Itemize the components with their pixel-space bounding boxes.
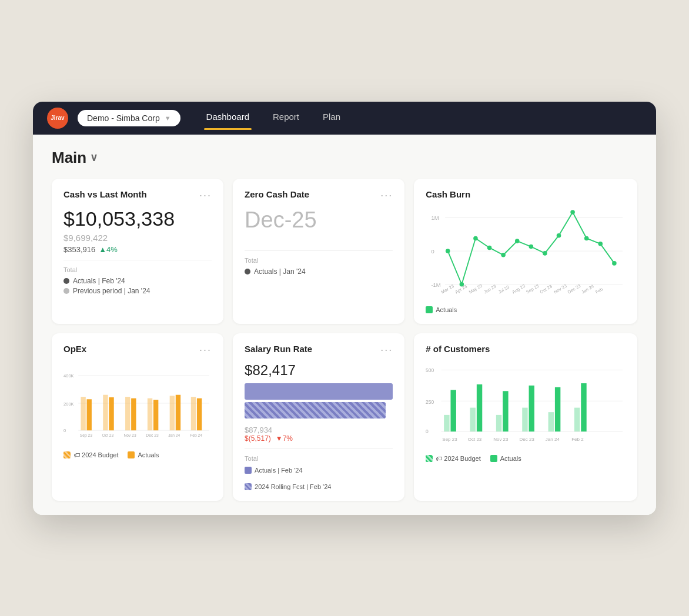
svg-text:1M: 1M — [432, 215, 439, 221]
svg-text:0: 0 — [426, 428, 429, 434]
legend-actuals: Actuals — [128, 451, 159, 458]
card-title: Cash Burn — [426, 189, 470, 199]
salary-value: $82,417 — [245, 362, 393, 379]
chevron-down-icon: ▼ — [165, 115, 171, 122]
salary-delta: $(5,517) — [245, 434, 271, 443]
card-salary-run-rate: Salary Run Rate ··· $82,417 $87,934 $(5,… — [233, 333, 404, 501]
metric-value: $10,053,338 — [63, 207, 212, 230]
svg-point-15 — [571, 210, 576, 215]
legend-label-actuals: Actuals | Feb '24 — [255, 467, 302, 474]
legend-swatch-actuals — [245, 467, 252, 474]
svg-text:Sep 23: Sep 23 — [443, 437, 458, 442]
svg-rect-62 — [451, 390, 456, 431]
card-cash-vs-last-month: Cash vs Last Month ··· $10,053,338 $9,69… — [52, 179, 223, 324]
svg-text:Sep 23: Sep 23 — [525, 283, 540, 294]
svg-rect-39 — [103, 394, 108, 430]
card-num-customers: # of Customers 500 250 0 — [414, 333, 637, 501]
page-title: Main ∨ — [52, 149, 637, 167]
legend-label-actuals: Actuals — [500, 455, 521, 462]
card-title: Salary Run Rate — [245, 344, 312, 354]
total-label: Total — [245, 455, 393, 462]
svg-point-11 — [515, 239, 520, 243]
svg-point-13 — [543, 251, 547, 256]
svg-point-9 — [487, 245, 492, 250]
svg-point-16 — [584, 236, 589, 240]
legend-actuals: Actuals — [490, 455, 521, 462]
svg-point-17 — [598, 242, 603, 246]
svg-rect-38 — [86, 399, 91, 430]
legend-swatch-actuals — [426, 306, 433, 313]
tab-dashboard[interactable]: Dashboard — [204, 112, 252, 124]
tab-plan[interactable]: Plan — [320, 112, 343, 124]
legend-label-budget: 🏷 2024 Budget — [436, 455, 480, 462]
legend-dot-light — [63, 288, 69, 294]
svg-text:Oct 23: Oct 23 — [539, 283, 553, 294]
opex-chart: 400K 200K 0 — [63, 362, 212, 447]
svg-rect-44 — [153, 400, 158, 430]
svg-point-18 — [612, 261, 617, 266]
legend-swatch-budget — [63, 451, 71, 458]
legend-actuals: Actuals | Feb '24 — [245, 467, 302, 474]
card-zero-cash-date: Zero Cash Date ··· Dec-25 Total Actuals … — [233, 179, 404, 324]
svg-rect-47 — [191, 397, 196, 430]
legend-label-actuals: Actuals — [138, 451, 159, 458]
dashboard-grid: Cash vs Last Month ··· $10,053,338 $9,69… — [52, 179, 637, 501]
legend-row: 🏷 2024 Budget Actuals — [426, 455, 626, 462]
metric-delta: $353,916 ▲4% — [63, 245, 212, 254]
svg-text:Nov 23: Nov 23 — [553, 283, 568, 294]
svg-text:Jul 23: Jul 23 — [497, 284, 510, 294]
card-title: Cash vs Last Month — [63, 189, 147, 199]
svg-point-14 — [557, 233, 561, 237]
svg-text:400K: 400K — [63, 373, 74, 379]
svg-text:Jan 24: Jan 24 — [168, 433, 180, 437]
svg-text:Oct 23: Oct 23 — [102, 433, 114, 437]
content: Main ∨ Cash vs Last Month ··· $10,053,33… — [33, 135, 656, 515]
navbar: Jirav Demo - Simba Corp ▼ Dashboard Repo… — [33, 102, 656, 135]
legend-label: Actuals — [436, 306, 457, 313]
card-header: Salary Run Rate ··· — [245, 344, 393, 356]
card-menu-button[interactable]: ··· — [380, 189, 393, 202]
cash-burn-chart: 1M 0 -1M — [426, 205, 626, 302]
card-menu-button[interactable]: ··· — [380, 344, 393, 356]
legend-actuals: Actuals | Feb '24 — [63, 277, 212, 285]
svg-rect-68 — [529, 385, 534, 431]
svg-text:Nov 23: Nov 23 — [124, 433, 137, 437]
card-header: Cash vs Last Month ··· — [63, 189, 212, 202]
company-selector[interactable]: Demo - Simba Corp ▼ — [78, 110, 180, 126]
svg-rect-48 — [197, 398, 202, 430]
legend-dot-dark — [245, 269, 250, 274]
legend-label-budget: 🏷 2024 Budget — [73, 451, 118, 458]
svg-rect-63 — [470, 407, 476, 431]
svg-text:0: 0 — [432, 247, 434, 254]
logo[interactable]: Jirav — [47, 108, 68, 129]
svg-rect-65 — [496, 414, 501, 431]
svg-rect-40 — [109, 397, 113, 430]
salary-delta-pct: ▼7% — [276, 434, 293, 443]
svg-rect-66 — [503, 391, 508, 431]
svg-rect-41 — [125, 397, 130, 430]
svg-text:-1M: -1M — [432, 281, 441, 287]
svg-text:250: 250 — [426, 399, 434, 405]
svg-point-6 — [446, 249, 450, 253]
legend-swatch-actuals — [128, 451, 135, 458]
svg-text:Aug 23: Aug 23 — [511, 283, 526, 294]
legend-actuals: Actuals — [426, 306, 457, 313]
legend-row: Actuals | Feb '24 2024 Rolling Fcst | Fe… — [245, 467, 393, 490]
tab-report[interactable]: Report — [270, 112, 302, 124]
svg-text:Jun 23: Jun 23 — [483, 283, 497, 294]
svg-point-10 — [501, 252, 506, 257]
svg-text:Feb 24: Feb 24 — [190, 433, 202, 437]
zero-cash-value: Dec-25 — [245, 207, 393, 233]
card-menu-button[interactable]: ··· — [199, 344, 212, 356]
svg-rect-69 — [548, 412, 554, 431]
card-title: Zero Cash Date — [245, 189, 309, 199]
card-menu-button[interactable]: ··· — [199, 189, 212, 202]
card-header: Zero Cash Date ··· — [245, 189, 393, 202]
card-opex: OpEx ··· 400K 200K 0 — [52, 333, 223, 501]
total-label: Total — [245, 257, 393, 264]
chevron-down-icon[interactable]: ∨ — [90, 151, 98, 164]
legend-row: Actuals — [426, 306, 626, 313]
svg-rect-61 — [444, 414, 449, 431]
svg-rect-46 — [176, 394, 180, 430]
hbar-forecast — [245, 402, 386, 419]
